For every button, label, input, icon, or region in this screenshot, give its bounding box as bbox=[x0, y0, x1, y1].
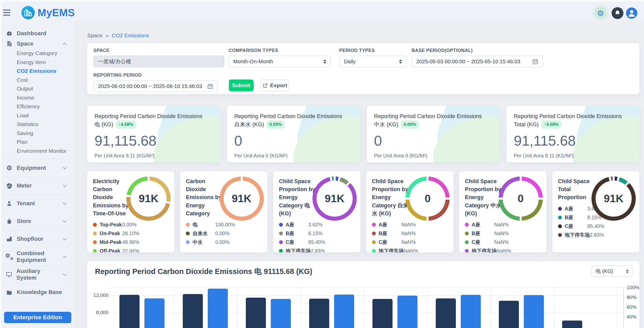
legend-item: Mid-Peak48.96% bbox=[93, 239, 147, 245]
donut-center-value: 91K bbox=[130, 181, 167, 217]
sidebar-divider bbox=[6, 248, 70, 248]
stat-card: Reporting Period Carbon Dioxide Emission… bbox=[87, 106, 220, 162]
bar-base-period bbox=[372, 299, 393, 328]
sidebar-toggle-button[interactable] bbox=[3, 8, 13, 17]
left-axis-tick-label: 8,000 bbox=[96, 310, 108, 315]
app-container: MyEMS ⚙ bbox=[2, 2, 644, 328]
donut-center-value: 0 bbox=[503, 181, 539, 217]
donut-legend: A座NaN%B座NaN%C座NaN%地下停车场NaN% bbox=[465, 222, 519, 252]
legend-label: 地下停车场 bbox=[565, 232, 590, 238]
comparison-types-select[interactable]: Month-On-Month bbox=[229, 56, 331, 67]
legend-item: 地下停车场NaN% bbox=[465, 248, 519, 252]
right-axis-tick-mark bbox=[623, 297, 625, 298]
sidebar-item-combined-equipment[interactable]: ⚙⚙Combined Equipment bbox=[4, 252, 71, 262]
legend-value: 0.00% bbox=[215, 231, 229, 236]
legend-dot-icon bbox=[93, 240, 97, 244]
space-input[interactable]: 一度城/办公楼 bbox=[93, 56, 224, 67]
bar-reporting-period bbox=[524, 295, 544, 328]
legend-value: NaN% bbox=[497, 248, 511, 252]
store-icon bbox=[6, 218, 13, 224]
sidebar-item-efficiency[interactable]: Efficiency bbox=[4, 102, 71, 111]
sidebar-item-energy-category[interactable]: Energy Category bbox=[4, 49, 71, 58]
stat-cards-row: Reporting Period Carbon Dioxide Emission… bbox=[87, 106, 639, 162]
sidebar-item-auxiliary-system[interactable]: Auxiliary System bbox=[4, 269, 71, 280]
notifications-button[interactable] bbox=[612, 7, 623, 19]
bar-base-period bbox=[562, 321, 582, 328]
sidebar-item-shopfloor[interactable]: Shopfloor bbox=[4, 234, 71, 244]
period-types-select[interactable]: Daily bbox=[339, 56, 407, 67]
legend-dot-icon bbox=[186, 240, 190, 244]
legend-label: 地下停车场 bbox=[472, 248, 497, 252]
donut-chart: 91K bbox=[220, 176, 264, 221]
donut-cards-row: Electricity Carbon Dioxide Emissions by … bbox=[87, 171, 639, 252]
sidebar-item-output[interactable]: Output bbox=[4, 84, 71, 93]
space-label: SPACE bbox=[93, 48, 224, 53]
sidebar-item-co2-emissions[interactable]: CO2 Emissions bbox=[4, 67, 71, 76]
v-gridline bbox=[300, 287, 301, 328]
v-gridline bbox=[174, 287, 174, 328]
sidebar-item-space[interactable]: Space bbox=[4, 39, 71, 49]
right-axis-tick-label: 60% bbox=[627, 304, 637, 310]
sidebar-item-dashboard[interactable]: Dashboard bbox=[4, 28, 71, 39]
sidebar-item-environment-monitor[interactable]: Environment Monitor bbox=[4, 147, 71, 156]
export-button[interactable]: Export bbox=[260, 79, 289, 91]
stat-card: Reporting Period Carbon Dioxide Emission… bbox=[227, 106, 360, 162]
select-arrows-icon bbox=[399, 59, 402, 64]
sidebar: DashboardSpaceEnergy CategoryEnergy Item… bbox=[2, 20, 74, 328]
legend-dot-icon bbox=[93, 249, 97, 252]
sidebar-item-tenant[interactable]: Tenant bbox=[4, 198, 71, 209]
legend-value: 85.40% bbox=[308, 239, 325, 245]
reporting-period-datetime-range[interactable]: 2025-06-03 00:00:00 ~ 2025-06-10 15:46:0… bbox=[93, 80, 218, 92]
sidebar-item-energy-item[interactable]: Energy Item bbox=[4, 58, 71, 67]
calendar-icon bbox=[532, 58, 538, 65]
legend-value: NaN% bbox=[404, 248, 418, 252]
sidebar-item-store[interactable]: Store bbox=[4, 216, 71, 226]
bar-base-period bbox=[119, 295, 140, 328]
base-period-datetime-range[interactable]: 2025-05-03 00:00:00 ~ 2025-05-10 15:46:0… bbox=[412, 56, 543, 67]
building-icon bbox=[6, 41, 13, 47]
legend-item: A座NaN% bbox=[372, 222, 426, 228]
sidebar-item-plan[interactable]: Plan bbox=[4, 138, 71, 147]
legend-item: 地下停车场2.83% bbox=[279, 248, 333, 252]
settings-button[interactable]: ⚙ bbox=[592, 5, 609, 22]
legend-label: A座 bbox=[565, 206, 587, 211]
brand-logo[interactable]: MyEMS bbox=[21, 6, 75, 20]
sidebar-item-cost[interactable]: Cost bbox=[4, 76, 71, 85]
donut-chart: 91K bbox=[126, 176, 171, 221]
donut-center-value: 91K bbox=[224, 181, 260, 217]
legend-value: 2.83% bbox=[311, 248, 325, 252]
sidebar-item-income[interactable]: Income bbox=[4, 93, 71, 102]
bar-reporting-period bbox=[461, 295, 481, 328]
sidebar-item-meter[interactable]: Meter bbox=[4, 181, 71, 191]
sidebar-item-knowledge-base[interactable]: Knowledge Base bbox=[4, 287, 71, 297]
legend-value: NaN% bbox=[494, 222, 509, 228]
sidebar-item-statistics[interactable]: Statistics bbox=[4, 120, 71, 129]
user-menu-button[interactable] bbox=[626, 7, 637, 19]
breadcrumb-parent[interactable]: Space bbox=[87, 32, 103, 39]
per-unit-area-text: Per Unit Area 9.11 (KG/M²) bbox=[514, 153, 632, 159]
sidebar-item-saving[interactable]: Saving bbox=[4, 129, 71, 138]
v-gridline bbox=[237, 287, 238, 328]
stat-card-title: Reporting Period Carbon Dioxide Emission… bbox=[94, 112, 203, 129]
sidebar-nav: DashboardSpaceEnergy CategoryEnergy Item… bbox=[4, 28, 71, 301]
enterprise-edition-button[interactable]: Enterprise Edition bbox=[4, 312, 71, 323]
sidebar-item-load[interactable]: Load bbox=[4, 111, 71, 120]
stat-card-title: Reporting Period Carbon Dioxide Emission… bbox=[374, 112, 482, 129]
sidebar-item-label: Knowledge Base bbox=[17, 289, 62, 296]
submit-button[interactable]: Submit bbox=[229, 79, 254, 91]
filter-panel: SPACE 一度城/办公楼 COMPARISON TYPES Month-On-… bbox=[87, 43, 639, 94]
right-axis-tick-mark bbox=[623, 317, 625, 317]
legend-item: C座NaN% bbox=[465, 239, 519, 245]
v-gridline bbox=[427, 287, 428, 328]
legend-label: B座 bbox=[472, 231, 494, 236]
sidebar-item-equipment[interactable]: ⚙Equipment bbox=[4, 163, 71, 173]
legend-item: 地下停车场NaN% bbox=[372, 248, 426, 252]
sidebar-item-label: Equipment bbox=[17, 165, 46, 171]
legend-label: 地下停车场 bbox=[379, 248, 404, 252]
legend-label: A座 bbox=[286, 222, 308, 227]
left-axis-tick-label: 12,000 bbox=[93, 292, 108, 298]
legend-item: 地下停车场2.83% bbox=[558, 232, 612, 238]
legend-item: A座3.62% bbox=[279, 222, 333, 228]
legend-label: B座 bbox=[565, 215, 587, 220]
legend-dot-icon bbox=[558, 216, 562, 219]
